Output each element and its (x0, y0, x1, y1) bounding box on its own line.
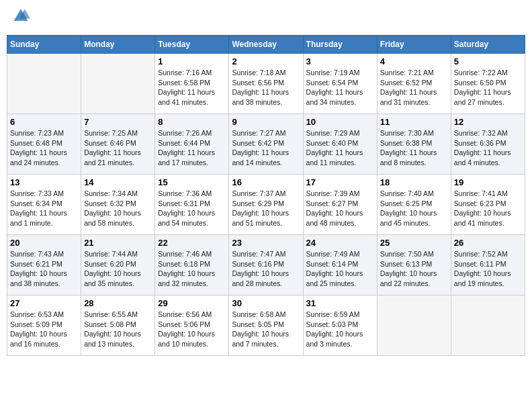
calendar-day-cell: 16Sunrise: 7:37 AM Sunset: 6:29 PM Dayli… (229, 175, 303, 235)
day-info: Sunrise: 7:50 AM Sunset: 6:13 PM Dayligh… (380, 249, 448, 289)
day-number: 5 (454, 56, 522, 66)
day-info: Sunrise: 7:19 AM Sunset: 6:54 PM Dayligh… (306, 68, 374, 107)
day-number: 14 (84, 177, 152, 187)
logo-icon (11, 7, 30, 26)
calendar-week-row: 20Sunrise: 7:43 AM Sunset: 6:21 PM Dayli… (7, 235, 525, 295)
calendar-day-cell: 8Sunrise: 7:26 AM Sunset: 6:44 PM Daylig… (155, 114, 229, 175)
day-number: 28 (84, 298, 152, 308)
day-info: Sunrise: 6:56 AM Sunset: 5:06 PM Dayligh… (158, 310, 226, 349)
calendar-day-cell: 1Sunrise: 7:16 AM Sunset: 6:58 PM Daylig… (155, 54, 229, 114)
calendar-day-cell: 9Sunrise: 7:27 AM Sunset: 6:42 PM Daylig… (229, 114, 303, 175)
day-info: Sunrise: 7:41 AM Sunset: 6:23 PM Dayligh… (454, 189, 522, 228)
day-info: Sunrise: 7:32 AM Sunset: 6:36 PM Dayligh… (454, 128, 522, 168)
calendar-week-row: 13Sunrise: 7:33 AM Sunset: 6:34 PM Dayli… (7, 175, 525, 235)
day-info: Sunrise: 7:27 AM Sunset: 6:42 PM Dayligh… (232, 128, 300, 168)
calendar-header-row: SundayMondayTuesdayWednesdayThursdayFrid… (7, 36, 525, 54)
day-info: Sunrise: 7:47 AM Sunset: 6:16 PM Dayligh… (232, 249, 300, 289)
day-number: 19 (454, 177, 522, 187)
weekday-header: Thursday (303, 36, 377, 54)
calendar-day-cell: 17Sunrise: 7:39 AM Sunset: 6:27 PM Dayli… (303, 175, 377, 235)
calendar-day-cell: 5Sunrise: 7:22 AM Sunset: 6:50 PM Daylig… (451, 54, 525, 114)
day-number: 18 (380, 177, 448, 187)
day-number: 12 (454, 117, 522, 127)
calendar-day-cell: 21Sunrise: 7:44 AM Sunset: 6:20 PM Dayli… (81, 235, 155, 295)
calendar-day-cell: 12Sunrise: 7:32 AM Sunset: 6:36 PM Dayli… (451, 114, 525, 175)
day-number: 3 (306, 56, 374, 66)
day-info: Sunrise: 7:44 AM Sunset: 6:20 PM Dayligh… (84, 249, 152, 289)
day-number: 11 (380, 117, 448, 127)
day-number: 16 (232, 177, 300, 187)
day-info: Sunrise: 7:23 AM Sunset: 6:48 PM Dayligh… (10, 128, 78, 168)
calendar-day-cell: 15Sunrise: 7:36 AM Sunset: 6:31 PM Dayli… (155, 175, 229, 235)
day-info: Sunrise: 7:49 AM Sunset: 6:14 PM Dayligh… (306, 249, 374, 289)
day-info: Sunrise: 7:40 AM Sunset: 6:25 PM Dayligh… (380, 189, 448, 228)
calendar-day-cell: 4Sunrise: 7:21 AM Sunset: 6:52 PM Daylig… (377, 54, 451, 114)
calendar-day-cell: 3Sunrise: 7:19 AM Sunset: 6:54 PM Daylig… (303, 54, 377, 114)
day-info: Sunrise: 7:46 AM Sunset: 6:18 PM Dayligh… (158, 249, 226, 289)
calendar-week-row: 1Sunrise: 7:16 AM Sunset: 6:58 PM Daylig… (7, 54, 525, 114)
day-info: Sunrise: 7:37 AM Sunset: 6:29 PM Dayligh… (232, 189, 300, 228)
day-number: 2 (232, 56, 300, 66)
day-info: Sunrise: 7:34 AM Sunset: 6:32 PM Dayligh… (84, 189, 152, 228)
calendar-day-cell: 13Sunrise: 7:33 AM Sunset: 6:34 PM Dayli… (7, 175, 81, 235)
day-number: 6 (10, 117, 78, 127)
day-info: Sunrise: 7:26 AM Sunset: 6:44 PM Dayligh… (158, 128, 226, 168)
day-info: Sunrise: 7:18 AM Sunset: 6:56 PM Dayligh… (232, 68, 300, 107)
day-number: 8 (158, 117, 226, 127)
day-number: 10 (306, 117, 374, 127)
calendar-table: SundayMondayTuesdayWednesdayThursdayFrid… (7, 35, 525, 356)
day-info: Sunrise: 7:33 AM Sunset: 6:34 PM Dayligh… (10, 189, 78, 228)
day-number: 20 (10, 238, 78, 248)
calendar-day-cell: 20Sunrise: 7:43 AM Sunset: 6:21 PM Dayli… (7, 235, 81, 295)
day-number: 1 (158, 56, 226, 66)
day-info: Sunrise: 7:36 AM Sunset: 6:31 PM Dayligh… (158, 189, 226, 228)
calendar-day-cell: 30Sunrise: 6:58 AM Sunset: 5:05 PM Dayli… (229, 295, 303, 356)
calendar-day-cell: 24Sunrise: 7:49 AM Sunset: 6:14 PM Dayli… (303, 235, 377, 295)
day-info: Sunrise: 7:52 AM Sunset: 6:11 PM Dayligh… (454, 249, 522, 289)
day-info: Sunrise: 6:53 AM Sunset: 5:09 PM Dayligh… (10, 310, 78, 349)
calendar-day-cell: 22Sunrise: 7:46 AM Sunset: 6:18 PM Dayli… (155, 235, 229, 295)
day-info: Sunrise: 7:30 AM Sunset: 6:38 PM Dayligh… (380, 128, 448, 168)
day-number: 9 (232, 117, 300, 127)
day-number: 7 (84, 117, 152, 127)
weekday-header: Monday (81, 36, 155, 54)
calendar-day-cell: 10Sunrise: 7:29 AM Sunset: 6:40 PM Dayli… (303, 114, 377, 175)
calendar-day-cell: 2Sunrise: 7:18 AM Sunset: 6:56 PM Daylig… (229, 54, 303, 114)
calendar-day-cell (7, 54, 81, 114)
day-number: 4 (380, 56, 448, 66)
calendar-day-cell: 6Sunrise: 7:23 AM Sunset: 6:48 PM Daylig… (7, 114, 81, 175)
calendar-day-cell: 18Sunrise: 7:40 AM Sunset: 6:25 PM Dayli… (377, 175, 451, 235)
calendar-day-cell: 25Sunrise: 7:50 AM Sunset: 6:13 PM Dayli… (377, 235, 451, 295)
weekday-header: Wednesday (229, 36, 303, 54)
calendar-week-row: 27Sunrise: 6:53 AM Sunset: 5:09 PM Dayli… (7, 295, 525, 356)
day-info: Sunrise: 7:16 AM Sunset: 6:58 PM Dayligh… (158, 68, 226, 107)
day-info: Sunrise: 6:59 AM Sunset: 5:03 PM Dayligh… (306, 310, 374, 349)
day-number: 24 (306, 238, 374, 248)
calendar-day-cell (81, 54, 155, 114)
calendar-day-cell: 7Sunrise: 7:25 AM Sunset: 6:46 PM Daylig… (81, 114, 155, 175)
calendar-day-cell: 23Sunrise: 7:47 AM Sunset: 6:16 PM Dayli… (229, 235, 303, 295)
day-info: Sunrise: 6:55 AM Sunset: 5:08 PM Dayligh… (84, 310, 152, 349)
day-number: 21 (84, 238, 152, 248)
calendar-day-cell: 11Sunrise: 7:30 AM Sunset: 6:38 PM Dayli… (377, 114, 451, 175)
calendar-day-cell (451, 295, 525, 356)
page-header (7, 7, 525, 28)
weekday-header: Sunday (7, 36, 81, 54)
calendar-day-cell: 27Sunrise: 6:53 AM Sunset: 5:09 PM Dayli… (7, 295, 81, 356)
day-info: Sunrise: 7:25 AM Sunset: 6:46 PM Dayligh… (84, 128, 152, 168)
day-info: Sunrise: 7:21 AM Sunset: 6:52 PM Dayligh… (380, 68, 448, 107)
weekday-header: Tuesday (155, 36, 229, 54)
calendar-day-cell: 29Sunrise: 6:56 AM Sunset: 5:06 PM Dayli… (155, 295, 229, 356)
day-number: 23 (232, 238, 300, 248)
day-number: 29 (158, 298, 226, 308)
calendar-day-cell: 28Sunrise: 6:55 AM Sunset: 5:08 PM Dayli… (81, 295, 155, 356)
weekday-header: Saturday (451, 36, 525, 54)
day-number: 27 (10, 298, 78, 308)
day-number: 26 (454, 238, 522, 248)
day-number: 31 (306, 298, 374, 308)
day-info: Sunrise: 7:29 AM Sunset: 6:40 PM Dayligh… (306, 128, 374, 168)
calendar-day-cell (377, 295, 451, 356)
calendar-week-row: 6Sunrise: 7:23 AM Sunset: 6:48 PM Daylig… (7, 114, 525, 175)
day-number: 30 (232, 298, 300, 308)
weekday-header: Friday (377, 36, 451, 54)
